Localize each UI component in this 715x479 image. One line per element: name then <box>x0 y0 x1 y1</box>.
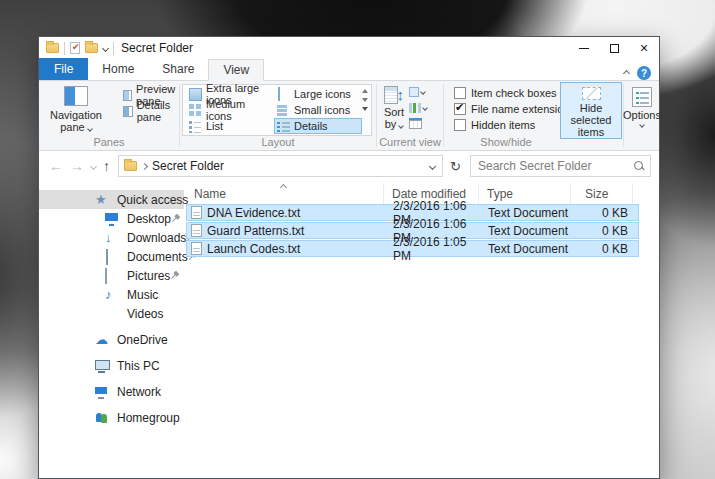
recent-locations-chevron-icon[interactable] <box>90 162 97 169</box>
file-date-modified: 2/3/2016 1:05 PM <box>385 235 480 263</box>
layout-medium-icons[interactable]: Medium icons <box>186 102 274 118</box>
sort-by-button[interactable]: ↕ Sort by <box>379 81 409 130</box>
sidebar-item-desktop[interactable]: Desktop <box>39 209 184 228</box>
hidden-items-label: Hidden items <box>471 119 535 131</box>
breadcrumb[interactable]: Secret Folder <box>152 159 224 173</box>
properties-icon[interactable] <box>70 42 80 54</box>
file-name: Guard Patterns.txt <box>207 224 304 238</box>
sidebar-item-music[interactable]: ♪ Music <box>39 285 184 304</box>
search-box[interactable] <box>470 155 651 177</box>
navigation-pane-icon <box>64 86 88 106</box>
new-folder-icon[interactable] <box>85 43 98 53</box>
layout-details[interactable]: Details <box>274 118 362 134</box>
sidebar-item-pictures[interactable]: Pictures <box>39 266 184 285</box>
layout-list[interactable]: List <box>186 118 274 134</box>
quick-access-toolbar <box>46 42 114 55</box>
music-note-icon: ♪ <box>105 288 119 301</box>
folder-icon <box>124 161 137 171</box>
sidebar-item-downloads[interactable]: ↓ Downloads <box>39 228 184 247</box>
group-by-button[interactable] <box>409 85 427 98</box>
hide-selected-items-button[interactable]: Hide selected items <box>560 82 622 139</box>
item-check-boxes-option[interactable]: Item check boxes <box>454 85 575 101</box>
sidebar-item-label: Downloads <box>127 231 186 245</box>
file-name-extensions-option[interactable]: ✔ File name extensions <box>454 101 575 117</box>
sidebar-item-label: Pictures <box>127 269 170 283</box>
size-columns-to-fit-button[interactable] <box>409 117 427 130</box>
file-row[interactable]: Launch Codes.txt 2/3/2016 1:05 PM Text D… <box>186 240 639 257</box>
sidebar-item-label: Quick access <box>117 193 188 207</box>
address-box[interactable]: Secret Folder <box>118 155 443 177</box>
tab-file[interactable]: File <box>39 58 88 80</box>
up-icon[interactable]: ↑ <box>103 158 110 174</box>
sidebar-item-label: Music <box>127 288 158 302</box>
quick-access-star-icon: ★ <box>95 193 109 206</box>
tab-home[interactable]: Home <box>88 58 148 80</box>
sidebar-item-onedrive[interactable]: ☁ OneDrive <box>39 330 184 349</box>
sidebar-item-this-pc[interactable]: This PC <box>39 356 184 375</box>
layout-option-label: Details <box>294 120 328 132</box>
hide-selected-items-icon <box>582 87 601 100</box>
close-button[interactable]: × <box>629 37 659 59</box>
picture-icon <box>105 268 107 284</box>
window-title: Secret Folder <box>121 41 193 55</box>
tab-share[interactable]: Share <box>148 58 208 80</box>
sidebar-item-documents[interactable]: Documents <box>39 247 184 266</box>
search-icon[interactable] <box>633 160 645 172</box>
hidden-items-option[interactable]: Hidden items <box>454 117 575 133</box>
minimize-icon <box>579 48 589 49</box>
explorer-window: Secret Folder × File Home Share View ? N… <box>38 36 660 479</box>
layout-option-label: Small icons <box>294 104 350 116</box>
breadcrumb-chevron-icon[interactable] <box>141 162 148 169</box>
sidebar-item-network[interactable]: Network <box>39 382 184 401</box>
network-icon <box>95 385 109 398</box>
pin-icon <box>168 269 181 282</box>
column-header-size[interactable]: Size <box>571 183 633 204</box>
sidebar-item-label: OneDrive <box>117 333 168 347</box>
sidebar-item-homegroup[interactable]: Homegroup <box>39 408 184 427</box>
ribbon-group-options: Options <box>624 81 660 150</box>
layout-small-icons[interactable]: Small icons <box>274 102 362 118</box>
search-input[interactable] <box>478 159 633 173</box>
group-label-panes: Panes <box>39 136 179 148</box>
column-header-type[interactable]: Type <box>479 183 571 204</box>
file-name: Launch Codes.txt <box>207 242 300 256</box>
dropdown-chevron-icon <box>422 105 428 111</box>
more-options-icon[interactable] <box>362 107 368 111</box>
file-name: DNA Evidence.txt <box>207 206 300 220</box>
collapse-ribbon-icon[interactable] <box>623 69 630 76</box>
options-button[interactable]: Options <box>624 82 660 127</box>
options-icon <box>632 87 652 107</box>
file-name-extensions-checkbox[interactable]: ✔ <box>454 103 466 115</box>
tab-view[interactable]: View <box>208 59 264 81</box>
text-file-icon <box>191 242 202 255</box>
preview-pane-icon <box>123 90 132 101</box>
sidebar-item-quick-access[interactable]: ★ Quick access <box>39 190 184 209</box>
maximize-button[interactable] <box>599 37 629 59</box>
sort-by-icon: ↕ <box>384 86 404 104</box>
item-check-boxes-checkbox[interactable] <box>454 87 466 99</box>
details-pane-button[interactable]: Details pane <box>123 103 179 119</box>
refresh-icon[interactable]: ↻ <box>450 159 461 174</box>
sidebar-item-label: Documents <box>127 250 188 264</box>
sidebar-item-label: Desktop <box>127 212 171 226</box>
check-icon: ✔ <box>455 101 464 114</box>
hidden-items-checkbox[interactable] <box>454 119 466 131</box>
add-columns-button[interactable] <box>409 101 427 114</box>
back-icon[interactable]: ← <box>49 158 63 174</box>
minimize-button[interactable] <box>569 37 599 59</box>
pin-icon <box>169 212 182 225</box>
forward-icon[interactable]: → <box>70 158 84 174</box>
sidebar-item-videos[interactable]: Videos <box>39 304 184 323</box>
main-content: ★ Quick access Desktop ↓ Downloads Docum… <box>39 183 659 478</box>
layout-scroll-buttons <box>360 89 370 111</box>
help-icon[interactable]: ? <box>637 66 651 80</box>
layout-large-icons[interactable]: Large icons <box>274 86 362 102</box>
title-bar: Secret Folder × <box>39 37 659 59</box>
scroll-down-icon[interactable] <box>362 98 368 102</box>
scroll-up-icon[interactable] <box>362 89 368 93</box>
navigation-pane-button[interactable]: Navigation pane <box>47 81 105 133</box>
large-icons-icon <box>278 87 280 101</box>
address-dropdown-chevron-icon[interactable] <box>429 162 436 169</box>
column-header-date-modified[interactable]: Date modified <box>384 183 479 204</box>
customize-qat-chevron-icon[interactable] <box>102 44 109 51</box>
